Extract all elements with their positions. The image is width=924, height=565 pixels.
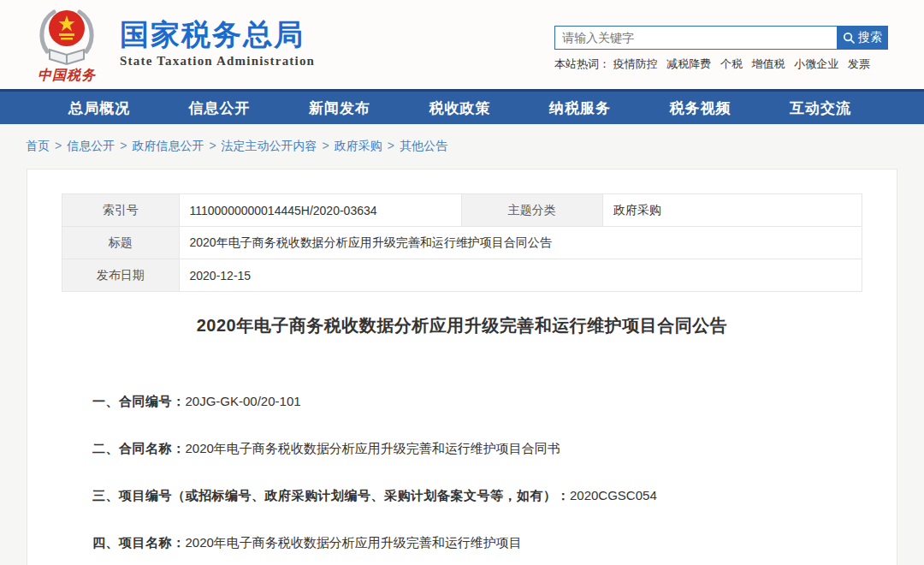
nav-item-overview[interactable]: 总局概况 bbox=[68, 98, 130, 118]
project-number-value: 2020CGSC054 bbox=[570, 488, 657, 503]
contract-name-value: 2020年电子商务税收数据分析应用升级完善和运行维护项目合同书 bbox=[186, 441, 560, 455]
nav-item-tax-policy[interactable]: 税收政策 bbox=[429, 98, 491, 118]
breadcrumb-info-disclosure[interactable]: 信息公开 bbox=[67, 139, 115, 152]
breadcrumb-statutory-content[interactable]: 法定主动公开内容 bbox=[222, 139, 317, 152]
meta-label-index-number: 索引号 bbox=[62, 194, 180, 227]
table-row: 索引号 11100000000014445H/2020-03634 主题分类 政… bbox=[62, 194, 862, 227]
table-row: 发布日期 2020-12-15 bbox=[62, 259, 862, 292]
hot-word-epidemic[interactable]: 疫情防控 bbox=[613, 57, 658, 70]
hot-word-tax-cuts[interactable]: 减税降费 bbox=[666, 57, 711, 70]
nav-item-interaction[interactable]: 互动交流 bbox=[790, 98, 851, 118]
document-meta-table: 索引号 11100000000014445H/2020-03634 主题分类 政… bbox=[62, 193, 862, 292]
contract-name-line: 二、合同名称：2020年电子商务税收数据分析应用升级完善和运行维护项目合同书 bbox=[92, 439, 862, 458]
site-logo[interactable]: 中国税务 国家税务总局 State Taxation Administratio… bbox=[26, 5, 315, 85]
tax-emblem-icon bbox=[35, 5, 98, 67]
site-title: 国家税务总局 bbox=[120, 19, 315, 51]
breadcrumb: 首页>信息公开>政府信息公开>法定主动公开内容>政府采购>其他公告 bbox=[26, 139, 924, 154]
hot-word-invoice[interactable]: 发票 bbox=[848, 57, 870, 70]
nav-item-tax-services[interactable]: 纳税服务 bbox=[549, 98, 611, 118]
tax-emblem: 中国税务 bbox=[26, 5, 108, 85]
site-subtitle: State Taxation Administration bbox=[120, 54, 315, 68]
nav-item-info-disclosure[interactable]: 信息公开 bbox=[189, 98, 251, 118]
hot-word-vat[interactable]: 增值税 bbox=[752, 57, 785, 70]
breadcrumb-separator: > bbox=[209, 139, 216, 152]
meta-value-topic-category: 政府采购 bbox=[603, 194, 862, 227]
hot-word-personal-tax[interactable]: 个税 bbox=[720, 57, 743, 70]
nav-item-news[interactable]: 新闻发布 bbox=[309, 98, 370, 118]
site-header: 中国税务 国家税务总局 State Taxation Administratio… bbox=[0, 0, 924, 89]
project-number-line: 三、项目编号（或招标编号、政府采购计划编号、采购计划备案文号等，如有）：2020… bbox=[92, 486, 862, 505]
contract-number-value: 20JG-GK-00/20-101 bbox=[186, 394, 301, 408]
breadcrumb-separator: > bbox=[120, 139, 127, 152]
search-icon bbox=[843, 32, 856, 45]
breadcrumb-home[interactable]: 首页 bbox=[26, 139, 50, 152]
search-area: 搜索 本站热词： 疫情防控 减税降费 个税 增值税 小微企业 发票 bbox=[554, 26, 888, 72]
content-card: 索引号 11100000000014445H/2020-03634 主题分类 政… bbox=[27, 169, 897, 565]
meta-value-index-number: 11100000000014445H/2020-03634 bbox=[179, 194, 461, 227]
project-name-line: 四、项目名称：2020年电子商务税收数据分析应用升级完善和运行维护项目 bbox=[92, 533, 862, 552]
breadcrumb-other-notices[interactable]: 其他公告 bbox=[400, 139, 447, 152]
contract-number-line: 一、合同编号：20JG-GK-00/20-101 bbox=[92, 392, 862, 411]
project-name-value: 2020年电子商务税收数据分析应用升级完善和运行维护项目 bbox=[186, 535, 522, 550]
table-row: 标题 2020年电子商务税收数据分析应用升级完善和运行维护项目合同公告 bbox=[62, 227, 862, 259]
contract-number-label: 一、合同编号： bbox=[92, 394, 186, 408]
meta-label-publish-date: 发布日期 bbox=[62, 259, 180, 292]
search-input[interactable] bbox=[554, 26, 837, 50]
search-button-label: 搜索 bbox=[858, 30, 882, 45]
search-button[interactable]: 搜索 bbox=[837, 26, 888, 50]
meta-label-topic-category: 主题分类 bbox=[461, 194, 602, 227]
article-body: 一、合同编号：20JG-GK-00/20-101 二、合同名称：2020年电子商… bbox=[92, 392, 862, 552]
breadcrumb-separator: > bbox=[323, 139, 329, 152]
nav-item-tax-video[interactable]: 税务视频 bbox=[670, 98, 732, 118]
meta-value-title: 2020年电子商务税收数据分析应用升级完善和运行维护项目合同公告 bbox=[179, 227, 862, 259]
breadcrumb-gov-info[interactable]: 政府信息公开 bbox=[132, 139, 204, 152]
hot-word-small-business[interactable]: 小微企业 bbox=[794, 57, 838, 70]
project-number-label: 三、项目编号（或招标编号、政府采购计划编号、采购计划备案文号等，如有）： bbox=[92, 488, 570, 503]
page-title: 2020年电子商务税收数据分析应用升级完善和运行维护项目合同公告 bbox=[62, 314, 862, 337]
meta-label-title: 标题 bbox=[62, 227, 180, 259]
breadcrumb-gov-procurement[interactable]: 政府采购 bbox=[335, 139, 382, 152]
meta-value-publish-date: 2020-12-15 bbox=[179, 259, 862, 292]
breadcrumb-separator: > bbox=[55, 139, 62, 152]
project-name-label: 四、项目名称： bbox=[92, 535, 186, 550]
breadcrumb-separator: > bbox=[388, 139, 394, 152]
hot-words: 本站热词： 疫情防控 减税降费 个税 增值税 小微企业 发票 bbox=[554, 56, 888, 72]
contract-name-label: 二、合同名称： bbox=[92, 441, 186, 455]
logo-text: 国家税务总局 State Taxation Administration bbox=[120, 5, 315, 68]
hot-words-label: 本站热词： bbox=[554, 57, 610, 70]
main-nav: 总局概况 信息公开 新闻发布 税收政策 纳税服务 税务视频 互动交流 bbox=[0, 89, 924, 124]
logo-seal-text: 中国税务 bbox=[26, 67, 108, 85]
